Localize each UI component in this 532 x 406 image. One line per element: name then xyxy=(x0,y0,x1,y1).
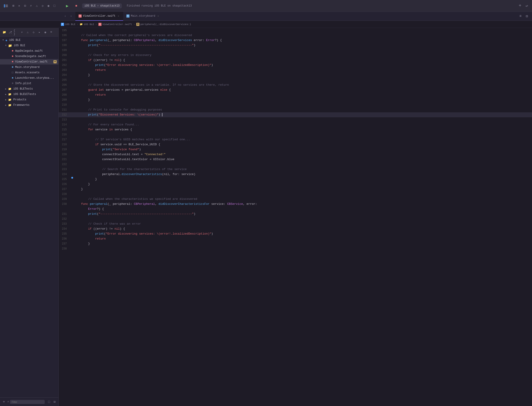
code-line: 222 xyxy=(59,162,532,167)
line-content: return xyxy=(74,236,532,241)
more-options-button[interactable]: ⊟ xyxy=(52,400,57,404)
filepath-sep-1: › xyxy=(77,23,78,26)
line-number: 200 xyxy=(59,53,70,58)
sidebar-item-ios-ble-root[interactable]: ▼ ◈ iOS BLE xyxy=(0,37,58,43)
sidebar-item-assets[interactable]: ▶ □ Assets.xcassets xyxy=(0,70,58,75)
tab-forward-button[interactable]: › xyxy=(69,14,73,19)
split-editor-icon[interactable]: ⊟ xyxy=(524,14,529,19)
sidebar-toggle-button[interactable] xyxy=(3,3,9,9)
line-number: 227 xyxy=(59,187,70,192)
tab-back-button[interactable]: ‹ xyxy=(63,14,68,19)
location-icon[interactable]: ◉ xyxy=(46,3,51,8)
filepath-item-file[interactable]: S ViewController.swift xyxy=(98,23,132,26)
code-line: 235 print("Error discovering services: \… xyxy=(59,232,532,236)
tab-close-button[interactable]: ✕ xyxy=(157,14,160,18)
line-content: return xyxy=(74,93,532,97)
line-number: 196 xyxy=(59,33,70,38)
code-line: 215 for service in services { xyxy=(59,127,532,132)
sidebar-item-ios-bleuitests[interactable]: ▶ 📁 iOS BLEUITests xyxy=(0,92,58,97)
return-icon[interactable]: ↩ xyxy=(524,3,529,8)
code-line: 208 return xyxy=(59,93,532,97)
sidebar-item-ios-bletests[interactable]: ▶ 📁 iOS BLETests xyxy=(0,86,58,92)
sidebar-item-products[interactable]: ▶ 📁 Products xyxy=(0,97,58,102)
find-icon[interactable]: ⌕ xyxy=(19,30,24,35)
line-content: print("Discovered Services: \(services)"… xyxy=(74,112,532,117)
stop-button[interactable]: ■ xyxy=(73,3,80,9)
issue-navigator-icon[interactable]: ⚠ xyxy=(25,30,30,35)
filter-input[interactable] xyxy=(10,400,45,404)
run-button[interactable]: ▶ xyxy=(64,3,70,9)
sidebar-item-ios-ble-group[interactable]: ▼ 📁 iOS BLE xyxy=(0,43,58,48)
sidebar-item-frameworks[interactable]: ▶ 📁 Frameworks xyxy=(0,102,58,108)
symbol-navigator-icon[interactable]: { } xyxy=(14,30,19,35)
sidebar-item-appdelegate[interactable]: ▶ ■ AppDelegate.swift xyxy=(0,48,58,54)
line-number: 234 xyxy=(59,226,70,232)
line-content: connectStatusLbl.textColor = UIColor.blu… xyxy=(74,157,532,162)
sidebar-item-viewcontroller[interactable]: ▶ ■ ViewController.swift M xyxy=(0,59,58,65)
code-line: 221 connectStatusLbl.textColor = UIColor… xyxy=(59,157,532,162)
filepath-item-symbol[interactable]: M peripheral(_:didDiscoverServices:) xyxy=(136,23,191,26)
sidebar-item-launchscreen[interactable]: ▶ ■ LaunchScreen.storyboa... xyxy=(0,75,58,81)
scheme-name: iOS BLE xyxy=(84,4,96,7)
breadcrumb-bar: iOS BLE › shaqattack13 Finished running … xyxy=(82,3,515,8)
breakpoint-icon[interactable]: ◇ xyxy=(40,3,45,8)
line-number: 203 xyxy=(59,68,70,73)
add-file-button[interactable]: + xyxy=(2,400,6,404)
sidebar-item-label: AppDelegate.swift xyxy=(15,49,43,52)
folder-icon: 📁 xyxy=(8,103,12,107)
folder-icon: 📁 xyxy=(8,87,12,91)
sidebar-item-infoplist[interactable]: ▶ ≡ Info.plist xyxy=(0,81,58,86)
code-editor[interactable]: 195 196 // Called when the correct perip… xyxy=(59,28,532,406)
code-line: 203 return xyxy=(59,68,532,73)
filepath-item-project[interactable]: P iOS BLE xyxy=(61,23,75,26)
line-number: 214 xyxy=(59,122,70,127)
tab-close-button[interactable]: ✕ xyxy=(117,14,120,18)
code-line: 195 xyxy=(59,28,532,33)
breakpoint-dot[interactable] xyxy=(71,177,73,179)
report-navigator-icon[interactable]: ≡ xyxy=(49,30,54,35)
add-tab-icon[interactable]: ⊡ xyxy=(22,3,28,8)
debug-navigator-icon[interactable]: ▸ xyxy=(37,30,42,35)
source-control-icon[interactable]: ⎇ xyxy=(8,30,13,35)
sidebar-item-scenedelegate[interactable]: ▶ ■ SceneDelegate.swift xyxy=(0,54,58,59)
line-number: 221 xyxy=(59,157,70,162)
toolbar-right: + ↩ xyxy=(517,3,529,8)
test-navigator-icon[interactable]: ◇ xyxy=(31,30,36,35)
line-number: 226 xyxy=(59,182,70,187)
search-icon[interactable]: ⌕ xyxy=(29,3,33,8)
add-editor-icon[interactable]: + xyxy=(517,3,523,8)
line-content: print("Error discovering services: \(err… xyxy=(74,63,532,68)
line-content: Error?) { xyxy=(74,207,532,211)
code-line: 214 // For every service found... xyxy=(59,122,532,127)
disclosure-icon: ▶ xyxy=(5,98,7,101)
tab-label: ViewController.swift xyxy=(83,14,116,18)
line-content: for service in services { xyxy=(74,127,532,132)
tab-navigation: ‹ › xyxy=(61,14,75,19)
shape-icon[interactable]: □ xyxy=(52,3,57,8)
modified-badge: M xyxy=(53,60,57,63)
tab-main-storyboard[interactable]: S Main.storyboard ✕ xyxy=(123,12,163,21)
line-content: func peripheral(_ peripheral: CBPeripher… xyxy=(74,38,532,43)
code-line: 219 print("Service found") xyxy=(59,147,532,152)
filepath-item-group[interactable]: 📁 iOS BLE xyxy=(80,23,94,26)
svg-rect-0 xyxy=(4,4,5,7)
tab-viewcontroller-swift[interactable]: S ViewController.swift ✕ xyxy=(75,12,123,21)
hierarchy-icon[interactable]: ⊞ xyxy=(11,3,16,8)
code-line: 206 // Store the discovered services in … xyxy=(59,83,532,87)
line-number: 216 xyxy=(59,132,70,137)
code-line: 224 peripheral.discoverCharacteristics(n… xyxy=(59,172,532,177)
sidebar-item-main-storyboard[interactable]: ▶ ■ Main.storyboard xyxy=(0,65,58,70)
sidebar-item-label: Info.plist xyxy=(15,82,31,85)
line-gutter xyxy=(70,177,74,179)
remove-file-button[interactable]: □ xyxy=(47,400,51,404)
project-navigator-icon[interactable]: 📁 xyxy=(2,30,7,35)
breakpoint-navigator-icon[interactable]: ◉ xyxy=(43,30,48,35)
storyboard-file-icon: ■ xyxy=(12,66,13,69)
svg-rect-1 xyxy=(6,5,8,5)
adjust-editor-icon[interactable]: ≡ xyxy=(518,14,523,19)
code-line: 223 // Search for the characteristics of… xyxy=(59,167,532,172)
warning-icon[interactable]: ⚠ xyxy=(34,3,39,8)
line-content: // Print to console for debugging purpos… xyxy=(74,107,532,112)
scheme-selector[interactable]: iOS BLE › shaqattack13 xyxy=(82,3,122,8)
close-icon[interactable]: ✕ xyxy=(17,3,22,8)
